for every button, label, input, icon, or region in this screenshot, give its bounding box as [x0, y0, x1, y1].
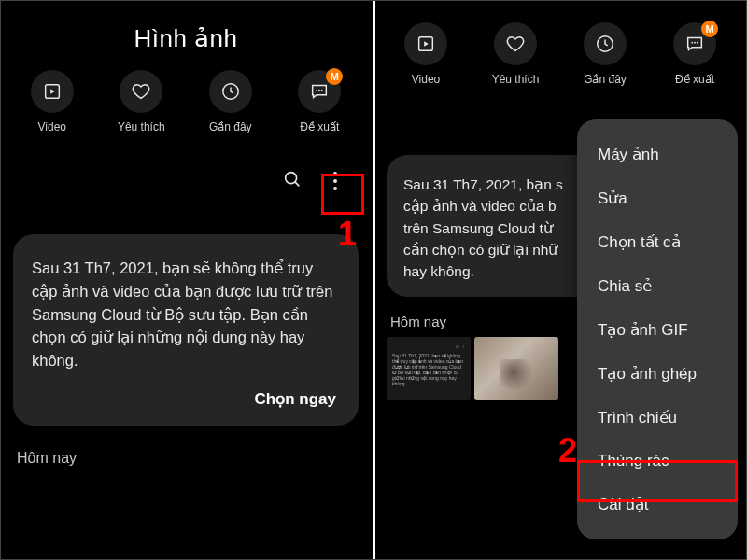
category-tabs: Video Yêu thích Gần đây M Đề xuất [374, 0, 747, 86]
play-icon [404, 22, 447, 65]
tab-video[interactable]: Video [381, 22, 471, 86]
tab-video[interactable]: Video [7, 70, 97, 133]
tab-recent[interactable]: Gần đây [186, 70, 275, 133]
menu-create-collage[interactable]: Tạo ảnh ghép [577, 352, 738, 396]
more-vertical-icon [333, 172, 337, 190]
badge-m: M [701, 21, 718, 37]
menu-trash[interactable]: Thùng rác [577, 440, 738, 483]
menu-share[interactable]: Chia sẻ [577, 264, 738, 308]
search-icon[interactable] [282, 169, 303, 193]
svg-point-9 [694, 42, 696, 44]
svg-point-4 [321, 90, 323, 91]
play-icon [31, 70, 74, 113]
svg-point-3 [318, 90, 320, 91]
menu-settings[interactable]: Cài đặt [577, 483, 738, 526]
menu-camera[interactable]: Máy ảnh [577, 133, 738, 176]
heart-icon [494, 22, 537, 65]
tab-favorites[interactable]: Yêu thích [97, 70, 187, 133]
tab-recent[interactable]: Gần đây [560, 22, 650, 86]
step-number-2: 2 [558, 431, 577, 470]
options-menu: Máy ảnh Sửa Chọn tất cả Chia sẻ Tạo ảnh … [577, 119, 738, 539]
cloud-notice-card: Sau 31 Th7, 2021, bạn sẽ không thể truy … [13, 234, 359, 426]
panel-divider [374, 0, 375, 560]
screenshot-right: Video Yêu thích Gần đây M Đề xuất Sau 31… [374, 0, 747, 560]
menu-select-all[interactable]: Chọn tất cả [577, 220, 738, 264]
svg-point-2 [317, 90, 318, 91]
svg-point-8 [691, 42, 693, 44]
section-today: Hôm nay [0, 426, 372, 467]
thumbnail-screenshot[interactable]: ⌕ ⋮ Sau 31 Th7, 2021, bạn sẽ không thể t… [387, 337, 471, 400]
more-options-button[interactable] [319, 165, 351, 197]
toolbar [0, 133, 372, 204]
svg-point-10 [697, 42, 698, 44]
choose-now-button[interactable]: Chọn ngay [32, 389, 340, 409]
cloud-notice-text: Sau 31 Th7, 2021, bạn sẽ không thể truy … [32, 257, 340, 372]
tab-suggest[interactable]: M Đề xuất [650, 22, 740, 86]
menu-edit[interactable]: Sửa [577, 176, 738, 220]
tab-favorites[interactable]: Yêu thích [471, 22, 560, 86]
menu-slideshow[interactable]: Trình chiếu [577, 396, 738, 440]
page-title: Hình ảnh [0, 0, 372, 66]
menu-create-gif[interactable]: Tạo ảnh GIF [577, 308, 738, 352]
category-tabs: Video Yêu thích Gần đây M Đề xuất [0, 66, 372, 133]
chat-icon: M [673, 22, 716, 65]
chat-icon: M [298, 70, 341, 113]
step-number-1: 1 [338, 215, 357, 254]
clock-icon [209, 70, 252, 113]
badge-m: M [326, 68, 343, 85]
clock-icon [584, 22, 627, 65]
heart-icon [120, 70, 162, 113]
screenshot-left: Hình ảnh Video Yêu thích Gần đây M Đề [0, 0, 374, 560]
svg-point-5 [286, 173, 297, 184]
thumbnail-photo[interactable] [474, 337, 558, 400]
tab-suggest[interactable]: M Đề xuất [275, 70, 365, 133]
